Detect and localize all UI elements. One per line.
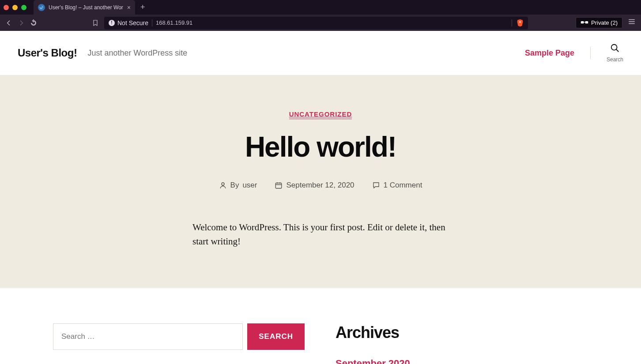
search-icon	[610, 43, 620, 55]
window-close-icon[interactable]	[4, 5, 9, 10]
private-indicator[interactable]: Private (2)	[576, 17, 622, 28]
search-input[interactable]	[53, 323, 243, 350]
window-controls	[4, 5, 26, 10]
site-title[interactable]: User's Blog!	[18, 47, 77, 59]
reload-button[interactable]	[30, 19, 37, 26]
warning-icon: !	[109, 20, 115, 26]
author-link[interactable]: user	[242, 181, 257, 190]
address-separator-right	[512, 19, 512, 26]
by-prefix: By	[230, 181, 239, 190]
site: User's Blog! Just another WordPress site…	[0, 31, 641, 364]
browser-chrome: User's Blog! – Just another Wor × + ! No…	[0, 0, 641, 31]
post-body: Welcome to WordPress. This is your first…	[192, 221, 449, 248]
nav-link-sample-page[interactable]: Sample Page	[525, 49, 574, 58]
wordpress-favicon-icon	[38, 4, 45, 11]
close-tab-icon[interactable]: ×	[127, 4, 131, 11]
search-form: SEARCH	[53, 323, 305, 364]
primary-nav: Sample Page Search	[525, 43, 623, 63]
back-button[interactable]	[5, 19, 12, 26]
menu-button[interactable]	[628, 18, 636, 28]
bookmark-button[interactable]	[92, 19, 99, 26]
footer-widgets: SEARCH Archives September 2020	[0, 288, 641, 364]
post-hero: UNCATEGORIZED Hello world! By user Septe…	[0, 75, 641, 288]
comment-icon	[372, 181, 380, 189]
search-button[interactable]: SEARCH	[247, 323, 305, 350]
person-icon	[219, 181, 227, 189]
archive-link-sept-2020[interactable]: September 2020	[336, 358, 410, 364]
svg-rect-1	[581, 21, 584, 23]
forward-button[interactable]	[18, 19, 25, 26]
address-bar: ! Not Secure 168.61.159.91 Private (2)	[0, 15, 641, 31]
tab-bar: User's Blog! – Just another Wor × +	[0, 0, 641, 15]
sunglasses-icon	[581, 19, 588, 26]
search-toggle[interactable]: Search	[607, 43, 623, 63]
svg-point-3	[611, 45, 617, 50]
address-input[interactable]: ! Not Secure 168.61.159.91	[104, 17, 528, 29]
nav-separator	[590, 47, 591, 59]
archives-widget: Archives September 2020	[336, 323, 410, 364]
address-separator	[152, 19, 152, 26]
date-link[interactable]: September 12, 2020	[286, 181, 354, 190]
url-text: 168.61.159.91	[156, 19, 192, 26]
browser-tab[interactable]: User's Blog! – Just another Wor ×	[34, 0, 135, 15]
window-minimize-icon[interactable]	[12, 5, 18, 10]
new-tab-button[interactable]: +	[140, 3, 145, 12]
post-date: September 12, 2020	[275, 181, 354, 190]
post-category-link[interactable]: UNCATEGORIZED	[289, 110, 352, 119]
not-secure-badge[interactable]: ! Not Secure	[109, 19, 148, 26]
archives-heading: Archives	[336, 323, 410, 342]
comments-link[interactable]: 1 Comment	[384, 181, 422, 190]
search-toggle-label: Search	[607, 56, 623, 63]
svg-rect-5	[276, 183, 282, 188]
not-secure-label: Not Secure	[117, 19, 148, 26]
post-comments: 1 Comment	[372, 181, 422, 190]
svg-rect-2	[585, 21, 588, 23]
post-author: By user	[219, 181, 257, 190]
post-meta: By user September 12, 2020 1 Comment	[18, 181, 623, 190]
calendar-icon	[275, 181, 283, 189]
site-tagline: Just another WordPress site	[87, 49, 187, 58]
tab-title: User's Blog! – Just another Wor	[49, 4, 123, 11]
window-maximize-icon[interactable]	[21, 5, 26, 10]
site-header: User's Blog! Just another WordPress site…	[0, 31, 641, 75]
svg-point-4	[222, 183, 224, 185]
post-title[interactable]: Hello world!	[18, 131, 623, 163]
private-label: Private (2)	[591, 19, 618, 26]
brave-shield-icon[interactable]	[517, 19, 524, 27]
